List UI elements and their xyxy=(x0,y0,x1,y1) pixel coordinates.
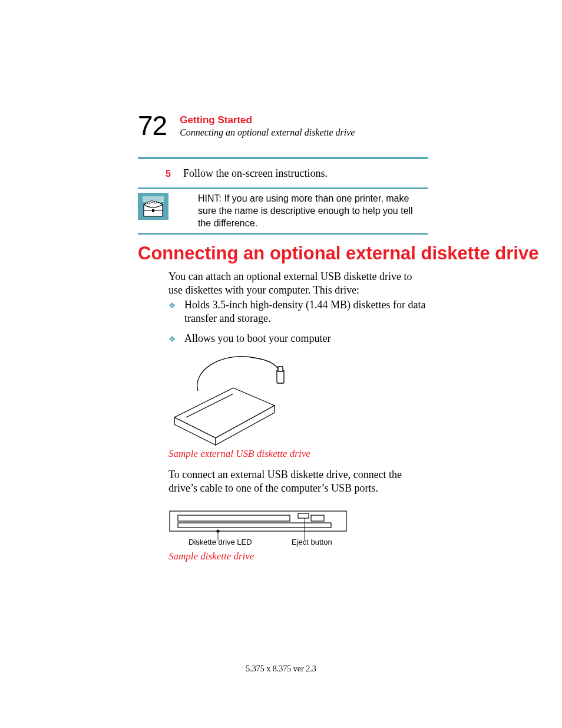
figure-2-label-eject: Eject button xyxy=(292,538,332,546)
svg-rect-13 xyxy=(278,367,283,371)
svg-rect-7 xyxy=(152,209,154,212)
diamond-bullet-icon: ❖ xyxy=(168,334,176,344)
page-header: 72 Getting Started Connecting an optiona… xyxy=(138,112,355,139)
treasure-chest-icon xyxy=(138,193,168,220)
list-item: ❖ Holds 3.5-inch high-density (1.44 MB) … xyxy=(168,298,428,326)
svg-rect-18 xyxy=(311,515,324,521)
figure-2-caption: Sample diskette drive xyxy=(168,551,254,562)
svg-rect-15 xyxy=(178,515,290,521)
svg-point-5 xyxy=(151,200,153,203)
svg-rect-17 xyxy=(298,513,309,518)
section-subtitle: Connecting an optional external diskette… xyxy=(180,127,355,138)
diamond-bullet-icon: ❖ xyxy=(168,301,176,311)
hint-bottom-bar xyxy=(138,233,428,235)
manual-page: 72 Getting Started Connecting an optiona… xyxy=(0,0,562,728)
svg-point-4 xyxy=(147,202,150,204)
bullet-list: ❖ Holds 3.5-inch high-density (1.44 MB) … xyxy=(168,298,428,351)
svg-point-6 xyxy=(154,201,157,203)
step-text: Follow the on-screen instructions. xyxy=(183,167,328,180)
bullet-text: Allows you to boot your computer xyxy=(184,332,330,345)
figure-1-caption: Sample external USB diskette drive xyxy=(168,448,310,460)
external-diskette-drive-illustration xyxy=(168,347,292,446)
page-footer: 5.375 x 8.375 ver 2.3 xyxy=(0,664,562,674)
divider-bar xyxy=(138,157,428,159)
svg-rect-16 xyxy=(178,523,331,528)
header-text-block: Getting Started Connecting an optional e… xyxy=(180,112,355,138)
section-heading: Connecting an optional external diskette… xyxy=(138,243,538,264)
step-row: 5 Follow the on-screen instructions. xyxy=(166,167,328,180)
page-number: 72 xyxy=(138,112,167,139)
list-item: ❖ Allows you to boot your computer xyxy=(168,332,428,345)
bullet-text: Holds 3.5-inch high-density (1.44 MB) di… xyxy=(184,298,428,326)
figure-2-label-led: Diskette drive LED xyxy=(189,538,252,546)
connect-paragraph: To connect an external USB diskette driv… xyxy=(168,468,428,496)
hint-text: HINT: If you are using more than one pri… xyxy=(198,193,428,229)
hint-content: HINT: If you are using more than one pri… xyxy=(138,189,428,233)
step-number: 5 xyxy=(166,169,183,179)
intro-paragraph: You can attach an optional external USB … xyxy=(168,270,428,298)
svg-rect-12 xyxy=(277,370,284,383)
hint-callout: HINT: If you are using more than one pri… xyxy=(138,187,428,235)
chapter-title: Getting Started xyxy=(180,114,355,126)
